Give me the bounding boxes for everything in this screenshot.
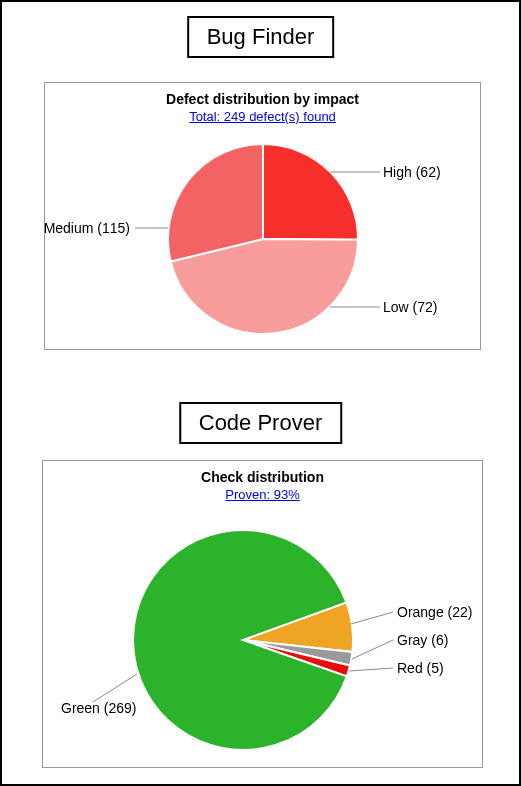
leader-green [93, 674, 137, 702]
bug-finder-total-link[interactable]: Total: 249 defect(s) found [45, 109, 480, 124]
bug-finder-title-box: Bug Finder [187, 16, 335, 58]
outer-frame: Bug Finder Defect distribution by impact… [0, 0, 521, 786]
label-high: High (62) [383, 164, 441, 180]
label-red: Red (5) [397, 660, 444, 676]
bug-finder-title: Bug Finder [207, 24, 315, 49]
leader-red [349, 668, 393, 671]
code-prover-panel: Check distribution Proven: 93% [42, 460, 483, 768]
label-low: Low (72) [383, 299, 437, 315]
label-medium: Medium (115) [44, 220, 130, 236]
code-prover-title-box: Code Prover [179, 402, 343, 444]
slice-high[interactable] [263, 144, 358, 240]
code-prover-panel-title: Check distribution [43, 469, 482, 485]
leader-orange [351, 612, 393, 624]
bug-finder-panel: Defect distribution by impact Total: 249… [44, 82, 481, 350]
label-gray: Gray (6) [397, 632, 448, 648]
label-orange: Orange (22) [397, 604, 472, 620]
bug-finder-panel-title: Defect distribution by impact [45, 91, 480, 107]
code-prover-title: Code Prover [199, 410, 323, 435]
bug-finder-chart: High (62) Low (72) Medium (115) [45, 124, 480, 344]
leader-gray [352, 640, 393, 659]
code-prover-proven-link[interactable]: Proven: 93% [43, 487, 482, 502]
code-prover-chart: Orange (22) Gray (6) Red (5) Green (269) [43, 502, 482, 762]
label-green: Green (269) [61, 700, 136, 716]
